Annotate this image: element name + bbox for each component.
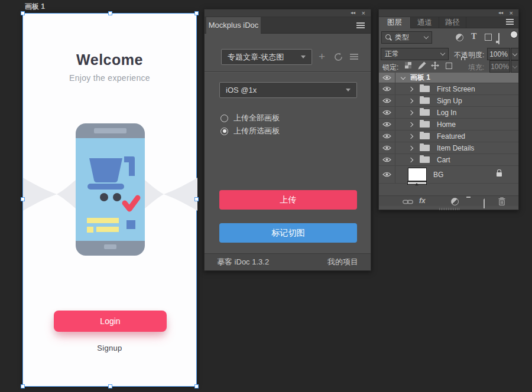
panel-titlebar: ◂◂ × [379,9,518,17]
project-select[interactable]: 专题文章-状态图 [221,49,312,65]
new-layer-icon[interactable] [484,197,485,208]
artboard[interactable]: Welcome Enjoy the experience [22,13,197,387]
layer-thumbnail[interactable] [408,168,426,181]
close-panel-icon[interactable]: × [510,10,513,17]
layer-row[interactable]: Item Details [379,142,518,154]
layer-row[interactable]: Log In [379,107,518,119]
layer-name: Log In [437,109,456,117]
tab-channels[interactable]: 通道 [411,17,439,28]
radio-upload-selected[interactable]: 上传所选画板 [220,126,280,136]
selection-handle[interactable] [194,11,199,15]
signup-link[interactable]: Signup [23,344,196,352]
layer-style-fx-icon[interactable]: fx [419,197,426,205]
add-project-icon[interactable]: + [319,51,325,62]
filter-smart-object-icon[interactable] [498,33,499,44]
login-button[interactable]: Login [54,311,167,332]
lock-artboard-nesting-icon[interactable] [446,63,452,69]
filter-type-layers-icon[interactable]: T [471,32,476,41]
radio-upload-all[interactable]: 上传全部画板 [220,113,280,123]
layer-row[interactable]: BG [379,166,518,184]
eye-icon [382,122,391,127]
layer-filter-select[interactable]: 类型 [381,31,432,44]
collapse-panel-icon[interactable]: ◂◂ [498,10,503,15]
layer-name: Sign Up [437,97,462,105]
eye-icon [382,133,391,139]
layer-row[interactable]: 画板 1 [379,73,518,83]
lock-position-move-icon[interactable] [431,61,439,70]
artboard-canvas-label[interactable]: 画板 1 [25,2,45,12]
idoc-panel: ◂◂ × Mockplus iDoc 专题文章-状态图 + iOS @1x 上传… [204,9,371,271]
radio-checked-icon[interactable] [220,128,228,135]
chevron-down-icon [346,89,351,94]
blend-mode-select[interactable]: 正常 [381,48,449,60]
tab-paths[interactable]: 路径 [439,17,466,28]
opacity-label: 不透明度: [454,50,484,60]
collapse-chevron-icon[interactable] [401,74,406,79]
collapse-panel-icon[interactable]: ◂◂ [351,10,355,15]
delete-layer-trash-icon[interactable] [498,197,505,205]
link-layers-icon[interactable] [403,199,413,205]
visibility-toggle[interactable] [379,166,395,183]
search-icon [385,34,392,41]
layer-row[interactable]: Sign Up [379,95,518,107]
expand-chevron-icon[interactable] [408,133,413,138]
refresh-icon[interactable] [334,53,343,61]
expand-chevron-icon[interactable] [408,86,413,91]
filter-toggle-icon[interactable] [510,31,518,38]
tab-layers[interactable]: 图层 [379,17,411,28]
new-adjustment-layer-icon[interactable] [451,198,459,205]
panel-menu-icon[interactable] [356,25,365,26]
eye-icon [382,75,391,80]
expand-chevron-icon[interactable] [408,122,413,126]
selection-handle[interactable] [108,11,112,15]
panel-resize-grip[interactable] [439,208,459,210]
phone-shopping-illustration [23,119,197,260]
selection-handle[interactable] [194,197,199,201]
layer-row[interactable]: Cart [379,154,518,166]
my-projects-link[interactable]: 我的项目 [327,257,358,267]
close-panel-icon[interactable]: × [362,10,365,17]
visibility-toggle[interactable] [379,95,395,106]
layer-row[interactable]: First Screen [379,83,518,95]
platform-select[interactable]: iOS @1x [219,82,357,98]
tab-mockplus-idoc[interactable]: Mockplus iDoc [206,17,261,34]
expand-chevron-icon[interactable] [408,98,413,103]
opacity-dropdown-icon[interactable] [511,48,519,60]
photoshop-workspace: 画板 1 Welcome Enjoy the experience [0,0,532,392]
expand-chevron-icon[interactable] [408,145,413,150]
lock-image-pixels-brush-icon[interactable] [418,61,426,70]
selection-handle[interactable] [21,197,25,201]
project-list-icon[interactable] [350,56,358,57]
visibility-toggle[interactable] [379,142,395,153]
visibility-toggle[interactable] [379,119,395,130]
lock-icon [497,172,502,177]
layer-name: Featured [437,132,465,141]
expand-chevron-icon[interactable] [408,157,413,162]
visibility-toggle[interactable] [379,130,395,142]
selection-handle[interactable] [21,11,25,15]
idoc-version: 摹客 iDoc 1.3.2 [217,257,269,267]
upload-button[interactable]: 上传 [219,190,357,210]
layer-name: Item Details [437,144,474,152]
mark-slice-button[interactable]: 标记切图 [219,223,357,243]
opacity-value[interactable]: 100% [487,48,510,60]
expand-chevron-icon[interactable] [408,110,413,115]
panel-menu-icon[interactable] [506,21,514,22]
lock-transparent-pixels-icon[interactable] [405,62,411,68]
layer-row[interactable]: Featured [379,130,518,142]
selection-handle[interactable] [194,384,199,388]
layer-row[interactable]: Home [379,119,518,130]
visibility-toggle[interactable] [379,107,395,118]
selection-handle[interactable] [108,384,112,388]
layer-name: Home [437,120,456,129]
radio-icon[interactable] [220,115,228,122]
visibility-toggle[interactable] [379,154,395,165]
chevron-down-icon [424,34,429,39]
fill-dropdown-icon [511,60,519,73]
selection-handle[interactable] [21,384,25,388]
filter-shape-layers-icon[interactable] [485,34,492,41]
visibility-toggle[interactable] [379,73,395,83]
filter-adjustment-layers-icon[interactable] [456,34,463,41]
layer-name: First Screen [437,85,475,93]
visibility-toggle[interactable] [379,83,395,94]
